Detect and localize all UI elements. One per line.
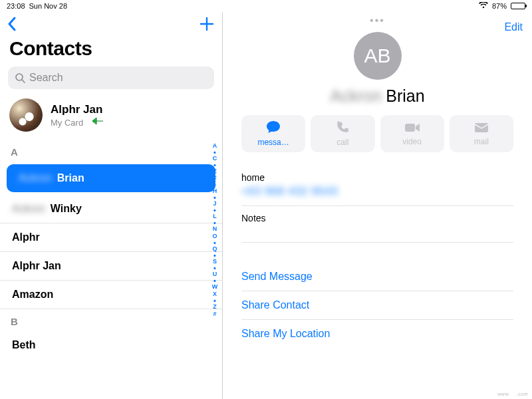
multitask-indicator-icon[interactable]: ••• [370,15,385,27]
my-card-row[interactable]: Alphr Jan My Card [0,96,222,140]
alphabet-index[interactable]: A• C• EF• H• J• L• NO• Q• S• U• WX• Z# [210,140,219,399]
my-card-avatar [9,98,43,132]
contact-detail-pane: ••• Edit AB Ackron Brian messa… call [223,12,532,399]
contact-row[interactable]: Alphr [0,223,222,252]
contact-row-last: Beth [12,339,36,351]
svg-line-1 [22,80,25,82]
contact-avatar: AB [354,32,402,80]
search-icon [15,72,25,83]
phone-icon [336,120,349,136]
wifi-icon [479,2,488,10]
back-button[interactable] [7,16,17,35]
contact-row-last: Alphr [12,231,40,243]
contact-row[interactable]: Ackron Winky [0,195,222,223]
phone-label: home [241,172,513,183]
mail-icon [474,122,489,135]
add-contact-button[interactable] [200,16,214,35]
message-icon [266,120,281,136]
phone-field[interactable]: home +63 968 432 9543 [241,166,513,206]
contact-row[interactable]: Beth [0,331,222,359]
my-card-subtitle: My Card [51,118,83,128]
contact-row-last: Amazon [12,289,53,301]
status-bar: 23:08 Sun Nov 28 87% [0,0,532,12]
share-contact-link[interactable]: Share Contact [241,291,513,319]
share-location-link[interactable]: Share My Location [241,319,513,348]
status-time: 23:08 [7,2,25,10]
contact-row[interactable]: Alphr Jan [0,252,222,281]
section-header-b: B [0,309,222,331]
call-button[interactable]: call [311,115,374,152]
contact-row[interactable]: Amazon [0,281,222,309]
battery-icon [511,3,525,9]
contact-row-last: Winky [51,203,82,215]
my-card-name: Alphr Jan [51,103,104,116]
contact-row-last: Brian [57,172,84,184]
contact-list[interactable]: A Ackron Brian Ackron Winky Alphr Alphr … [0,140,222,399]
annotation-arrow-icon [90,116,104,128]
send-message-link[interactable]: Send Message [241,263,513,291]
contact-row[interactable]: Ackron Brian [7,164,215,192]
svg-rect-3 [475,123,488,132]
video-button[interactable]: video [380,115,444,152]
notes-label: Notes [241,213,513,231]
edit-button[interactable]: Edit [504,21,523,33]
search-placeholder: Search [29,72,63,84]
contact-row-last: Alphr Jan [12,260,61,272]
page-title: Contacts [0,36,222,66]
contact-name: Ackron Brian [223,86,532,106]
watermark: www. .com [497,392,528,396]
status-date: Sun Nov 28 [29,2,67,10]
notes-field[interactable]: Notes [241,206,513,243]
section-header-a: A [0,140,222,162]
mail-button[interactable]: mail [450,115,513,152]
video-icon [404,122,420,135]
message-button[interactable]: messa… [241,115,305,152]
contacts-sidebar: Contacts Search Alphr Jan My Card A Ackr… [0,12,223,399]
svg-rect-2 [405,124,415,132]
search-input[interactable]: Search [8,66,214,89]
phone-value: +63 968 432 9543 [241,186,513,198]
battery-percent: 87% [492,2,507,10]
